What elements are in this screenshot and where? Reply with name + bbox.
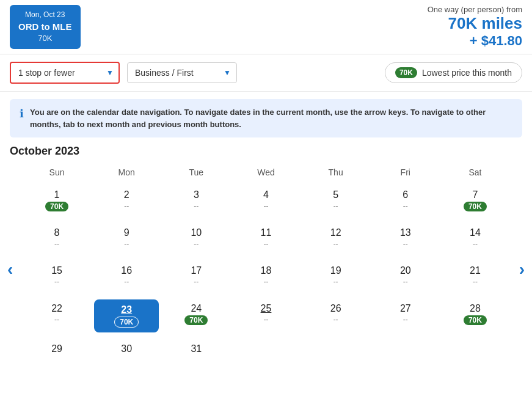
header-price-section: One way (per person) from 70K miles + $4… — [428, 5, 522, 49]
price-badge: 70K — [114, 317, 139, 328]
calendar-week-row: 8--9--10--11--12--13--14-- — [22, 220, 510, 258]
calendar-cell: 5-- — [301, 182, 371, 220]
day-number: 30 — [121, 343, 132, 354]
stops-filter[interactable]: Any number of stopsNonstop only1 stop or… — [10, 62, 120, 84]
day-cell[interactable]: 29 — [24, 340, 89, 370]
calendar-cell: 770K — [440, 182, 510, 220]
day-cell[interactable]: 4-- — [233, 186, 298, 216]
price-dash: -- — [333, 315, 338, 324]
calendar-week-row: 15--16--17--18--19--20--21-- — [22, 258, 510, 296]
calendar-cell: 31 — [161, 336, 231, 374]
day-cell[interactable]: 14-- — [443, 224, 508, 254]
price-badge: 70K — [45, 202, 68, 211]
day-cell[interactable]: 31 — [164, 340, 228, 370]
calendar-day-header: Tue — [161, 165, 231, 182]
day-cell[interactable]: 2470K — [164, 299, 228, 330]
cabin-filter[interactable]: EconomyBusiness / FirstFirst — [127, 62, 237, 83]
day-number: 29 — [51, 343, 62, 354]
calendar-cell: 22-- — [22, 296, 92, 336]
price-dash: -- — [194, 240, 199, 248]
calendar-week-row: 293031 — [22, 336, 510, 374]
day-cell[interactable]: 22-- — [24, 299, 89, 330]
day-cell[interactable]: 18-- — [233, 262, 298, 292]
day-cell[interactable]: 13-- — [373, 224, 438, 254]
calendar-cell — [231, 336, 301, 374]
day-number: 15 — [51, 265, 62, 276]
calendar-cell: 19-- — [301, 258, 371, 296]
lowest-price-button[interactable]: 70K Lowest price this month — [385, 62, 522, 83]
price-dash: -- — [263, 315, 268, 324]
day-cell[interactable]: 30 — [94, 340, 159, 370]
price-dash: -- — [194, 202, 199, 210]
price-dash: -- — [403, 240, 408, 248]
price-dash: -- — [124, 202, 129, 210]
calendar-cell: 26-- — [301, 296, 371, 336]
day-cell[interactable]: 25-- — [233, 299, 298, 330]
calendar-wrapper: ‹ SunMonTueWedThuFriSat 170K2--3--4--5--… — [10, 165, 522, 374]
calendar-header: SunMonTueWedThuFriSat — [22, 165, 510, 182]
day-number: 3 — [194, 189, 199, 200]
day-cell[interactable]: 2370K — [94, 299, 159, 332]
day-cell[interactable]: 17-- — [164, 262, 228, 292]
day-number: 13 — [400, 227, 411, 238]
day-cell[interactable]: 19-- — [304, 262, 368, 292]
calendar-cell: 10-- — [161, 220, 231, 258]
day-cell[interactable]: 8-- — [24, 224, 89, 254]
price-badge: 70K — [464, 202, 487, 211]
flight-badge: Mon, Oct 23 ORD to MLE 70K — [10, 5, 81, 49]
day-number: 6 — [403, 189, 408, 200]
cash-add: + $41.80 — [428, 33, 522, 49]
flight-miles-short: 70K — [18, 33, 72, 44]
price-dash: -- — [473, 240, 478, 248]
calendar-cell: 8-- — [22, 220, 92, 258]
price-dash: -- — [333, 240, 338, 248]
calendar-cell: 21-- — [440, 258, 510, 296]
day-cell[interactable]: 15-- — [24, 262, 89, 292]
calendar-cell: 2-- — [92, 182, 161, 220]
price-dash: -- — [124, 277, 129, 286]
price-dash: -- — [54, 315, 59, 324]
day-cell[interactable]: 6-- — [373, 186, 438, 216]
prev-month-button[interactable]: ‹ — [2, 255, 18, 284]
calendar-day-header: Wed — [231, 165, 301, 182]
day-cell[interactable]: 3-- — [164, 186, 228, 216]
day-cell[interactable]: 20-- — [373, 262, 438, 292]
info-banner: ℹ You are on the calendar date navigatio… — [10, 99, 522, 138]
day-cell[interactable]: 26-- — [304, 299, 368, 330]
next-month-button[interactable]: › — [514, 255, 530, 284]
day-cell[interactable]: 27-- — [373, 299, 438, 330]
calendar-day-header: Sun — [22, 165, 92, 182]
day-number: 31 — [191, 343, 202, 354]
day-cell[interactable]: 16-- — [94, 262, 159, 292]
calendar-day-header: Fri — [371, 165, 440, 182]
day-number: 27 — [400, 303, 411, 314]
calendar-cell: 18-- — [231, 258, 301, 296]
day-cell[interactable]: 12-- — [304, 224, 368, 254]
price-dash: -- — [403, 277, 408, 286]
miles-display: 70K miles — [428, 14, 522, 33]
calendar-day-header: Mon — [92, 165, 161, 182]
price-dash: -- — [263, 202, 268, 210]
day-cell[interactable]: 5-- — [304, 186, 368, 216]
day-cell[interactable]: 11-- — [233, 224, 298, 254]
calendar-cell: 15-- — [22, 258, 92, 296]
day-number: 18 — [261, 265, 272, 276]
calendar-cell: 16-- — [92, 258, 161, 296]
day-cell[interactable]: 170K — [24, 186, 89, 216]
day-cell[interactable]: 9-- — [94, 224, 159, 254]
stops-filter-wrapper: Any number of stopsNonstop only1 stop or… — [10, 62, 120, 84]
day-cell[interactable]: 770K — [443, 186, 508, 216]
day-number: 9 — [124, 227, 129, 238]
one-way-label: One way (per person) from — [428, 5, 522, 14]
day-cell[interactable]: 2-- — [94, 186, 159, 216]
calendar-cell: 2470K — [161, 296, 231, 336]
day-cell[interactable]: 2870K — [443, 299, 508, 330]
price-dash: -- — [333, 202, 338, 210]
day-cell[interactable]: 21-- — [443, 262, 508, 292]
day-cell[interactable]: 10-- — [164, 224, 228, 254]
day-number: 24 — [191, 303, 202, 314]
filter-bar: Any number of stopsNonstop only1 stop or… — [0, 54, 532, 92]
calendar-cell: 2370K — [92, 296, 161, 336]
calendar-cell: 20-- — [371, 258, 440, 296]
price-badge: 70K — [184, 315, 208, 325]
